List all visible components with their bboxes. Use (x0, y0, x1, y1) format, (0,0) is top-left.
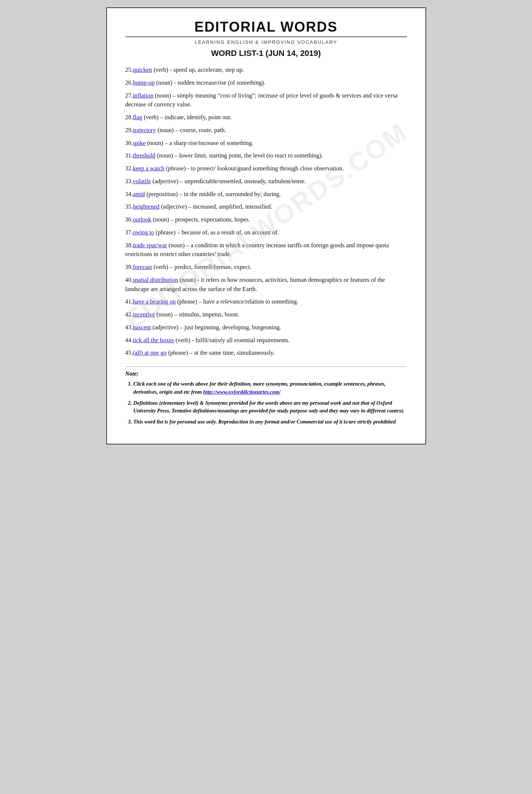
word-definition: (noun) – a sharp rise/increase of someth… (146, 139, 253, 146)
word-number: 43. (125, 324, 133, 331)
word-list-title: WORD LIST-1 (JUN 14, 2019) (125, 49, 407, 58)
word-number: 26. (125, 79, 133, 86)
word-definition: (noun) – course, route, path. (156, 127, 226, 134)
word-number: 28. (125, 114, 133, 121)
note-item: Click each one of the words above for th… (133, 380, 407, 396)
word-list: 25.quicken (verb) - speed up, accelerate… (125, 65, 407, 358)
word-link[interactable]: quicken (133, 66, 152, 73)
word-definition: (noun) - sudden increase/rise (of someth… (155, 79, 265, 86)
word-number: 37. (125, 229, 133, 236)
list-item: 35.heightened (adjective) – increased, a… (125, 202, 407, 212)
word-definition: (noun) – prospects, expectations, hopes. (151, 216, 250, 223)
word-link[interactable]: volatile (133, 178, 151, 185)
word-link[interactable]: trade spat/war (133, 242, 167, 249)
list-item: 25.quicken (verb) - speed up, accelerate… (125, 65, 407, 75)
word-definition: (phrase) – because of, as a result of, o… (154, 229, 279, 236)
word-link[interactable]: owing to (133, 229, 154, 236)
note-section: Note: Click each one of the words above … (125, 366, 407, 426)
word-number: 36. (125, 216, 133, 223)
word-definition: (phrase) - to protect/ lookout/guard som… (164, 165, 344, 172)
word-definition: (verb) – indicate, identify, point out. (142, 114, 232, 121)
word-number: 32. (125, 165, 133, 172)
word-link[interactable]: bump-up (133, 79, 155, 86)
word-link[interactable]: inflation (133, 92, 153, 99)
list-item: 31.threshold (noun) – lower limit, start… (125, 151, 407, 160)
note-title: Note: (125, 371, 407, 377)
word-number: 25. (125, 66, 133, 73)
word-definition: (verb) – predict, foretell/foresee, expe… (152, 263, 251, 270)
note-text: Definitions (elementary level) & Synonym… (133, 400, 404, 414)
list-item: 38.trade spat/war (noun) – a condition i… (125, 241, 407, 259)
word-number: 29. (125, 127, 133, 134)
list-item: 39.forecast (verb) – predict, foretell/f… (125, 263, 407, 272)
word-number: 42. (125, 311, 133, 318)
list-item: 45.(all) at one go (phrase) – at the sam… (125, 348, 407, 358)
word-link[interactable]: spatial distribution (133, 276, 178, 283)
word-link[interactable]: forecast (133, 263, 152, 270)
word-number: 34. (125, 191, 133, 198)
word-link[interactable]: amid (133, 191, 145, 198)
word-link[interactable]: tick all the boxes (133, 337, 174, 344)
word-link[interactable]: nascent (133, 324, 151, 331)
list-item: 43.nascent (adjective) – just beginning,… (125, 323, 407, 332)
list-item: 32.keep a watch (phrase) - to protect/ l… (125, 164, 407, 173)
word-number: 30. (125, 139, 133, 146)
word-definition: (adjective) – unpredictable/unsettled, u… (151, 178, 306, 185)
list-item: 37.owing to (phrase) – because of, as a … (125, 228, 407, 237)
header-divider (125, 36, 407, 37)
list-item: 44.tick all the boxes (verb) - fulfil/sa… (125, 336, 407, 345)
word-number: 27. (125, 92, 133, 99)
word-number: 40. (125, 276, 133, 283)
word-definition: (noun) – simply meaning “cost of living”… (125, 92, 398, 108)
word-link[interactable]: flag (133, 114, 142, 121)
word-link[interactable]: (all) at one go (133, 349, 167, 356)
note-divider (125, 366, 407, 367)
word-number: 39. (125, 263, 133, 270)
word-link[interactable]: trajectory (133, 127, 156, 134)
word-number: 33. (125, 178, 133, 185)
word-link[interactable]: threshold (133, 152, 155, 159)
word-number: 35. (125, 203, 133, 210)
word-number: 31. (125, 152, 133, 159)
word-link[interactable]: heightened (133, 203, 159, 210)
note-link[interactable]: http://www.oxforddictionaries.com/ (203, 389, 281, 395)
list-item: 33.volatile (adjective) – unpredictable/… (125, 177, 407, 186)
word-number: 44. (125, 337, 133, 344)
word-number: 45. (125, 349, 133, 356)
word-definition: (adjective) – increased, amplified, inte… (160, 203, 272, 210)
word-number: 38. (125, 242, 133, 249)
word-definition: (phrase) – have a relevance/relation to … (176, 298, 299, 305)
list-item: 27.inflation (noun) – simply meaning “co… (125, 91, 407, 110)
list-item: 42.incentive (noun) – stimulus, impetus,… (125, 310, 407, 319)
list-item: 40.spatial distribution (noun) - it refe… (125, 276, 407, 294)
word-definition: (noun) – lower limit, starting point, th… (156, 152, 323, 159)
word-definition: (verb) - speed up, accelerate, step up. (152, 66, 244, 73)
note-text: This word list is for personal use only.… (133, 419, 396, 425)
site-title: EDITORIAL WORDS (125, 19, 407, 35)
note-list: Click each one of the words above for th… (125, 380, 407, 426)
list-item: 30.spike (noun) – a sharp rise/increase … (125, 139, 407, 148)
word-definition: (adjective) – just beginning, developing… (151, 324, 281, 331)
list-item: 29.trajectory (noun) – course, route, pa… (125, 126, 407, 135)
word-definition: (preposition) – in the middle of, surrou… (145, 191, 281, 198)
note-item: This word list is for personal use only.… (133, 418, 407, 426)
page-container: EDITORIALWORDS.COM EDITORIAL WORDS LEARN… (106, 7, 426, 444)
site-subtitle: LEARNING ENGLISH & IMPROVING VOCABULARY (125, 39, 407, 45)
word-definition: (phrase) – at the same time, simultaneou… (167, 349, 275, 356)
word-link[interactable]: incentive (133, 311, 155, 318)
word-link[interactable]: keep a watch (133, 165, 164, 172)
list-item: 26.bump-up (noun) - sudden increase/rise… (125, 78, 407, 88)
list-item: 41.have a bearing on (phrase) – have a r… (125, 297, 407, 306)
word-link[interactable]: outlook (133, 216, 151, 223)
list-item: 28.flag (verb) – indicate, identify, poi… (125, 113, 407, 122)
word-definition: (verb) - fulfil/satisfy all essential re… (174, 337, 290, 344)
word-link[interactable]: have a bearing on (133, 298, 176, 305)
list-item: 34.amid (preposition) – in the middle of… (125, 190, 407, 199)
note-item: Definitions (elementary level) & Synonym… (133, 399, 407, 415)
list-item: 36.outlook (noun) – prospects, expectati… (125, 215, 407, 224)
page-header: EDITORIAL WORDS LEARNING ENGLISH & IMPRO… (125, 19, 407, 58)
word-definition: (noun) – stimulus, impetus, boost. (155, 311, 239, 318)
word-link[interactable]: spike (133, 139, 146, 146)
word-number: 41. (125, 298, 133, 305)
